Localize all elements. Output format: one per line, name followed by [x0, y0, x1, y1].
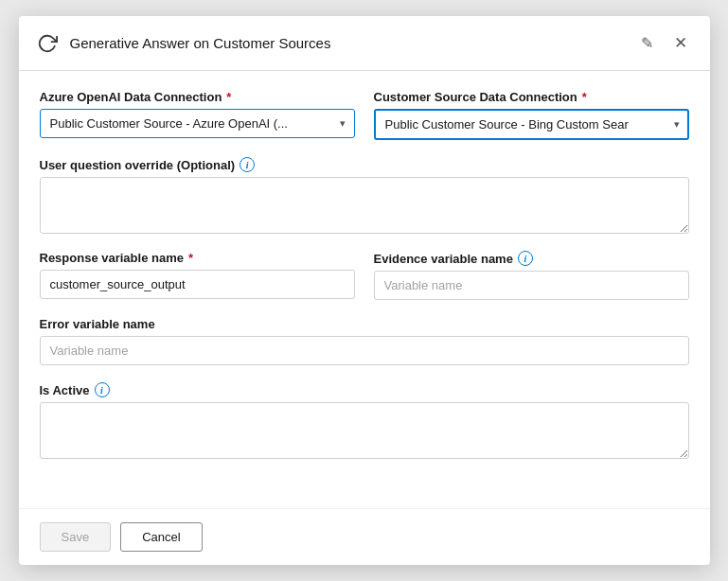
evidence-var-input[interactable]	[374, 271, 689, 300]
error-var-field: Error variable name	[40, 317, 689, 365]
cancel-button[interactable]: Cancel	[120, 522, 202, 552]
is-active-info-icon[interactable]: i	[95, 382, 110, 397]
connections-row: Azure OpenAI Data Connection * Public Cu…	[40, 90, 689, 140]
evidence-var-field: Evidence variable name i	[374, 251, 689, 300]
azure-select-wrapper: Public Customer Source - Azure OpenAI (.…	[40, 109, 355, 138]
user-question-info-icon[interactable]: i	[240, 157, 255, 172]
user-question-field: User question override (Optional) i	[40, 157, 689, 234]
azure-connection-field: Azure OpenAI Data Connection * Public Cu…	[40, 90, 355, 140]
azure-connection-label: Azure OpenAI Data Connection *	[40, 90, 355, 104]
evidence-var-info-icon[interactable]: i	[518, 251, 533, 266]
save-button[interactable]: Save	[40, 522, 112, 552]
edit-button[interactable]: ✎	[635, 30, 659, 56]
close-button[interactable]: ✕	[668, 29, 693, 57]
error-var-label: Error variable name	[40, 317, 689, 331]
customer-required-star: *	[582, 90, 587, 104]
customer-source-select-wrapper: Public Customer Source - Bing Custom Sea…	[374, 109, 689, 140]
response-required-star: *	[188, 251, 193, 265]
azure-required-star: *	[226, 90, 231, 104]
evidence-var-label: Evidence variable name i	[374, 251, 689, 266]
azure-connection-select[interactable]: Public Customer Source - Azure OpenAI (.…	[40, 109, 355, 138]
response-var-field: Response variable name *	[40, 251, 355, 300]
variable-names-row: Response variable name * Evidence variab…	[40, 251, 689, 300]
is-active-field: Is Active i	[40, 382, 689, 459]
is-active-input[interactable]	[40, 402, 689, 459]
response-var-label: Response variable name *	[40, 251, 355, 265]
dialog-header: Generative Answer on Customer Sources ✎ …	[19, 16, 710, 71]
customer-source-field: Customer Source Data Connection * Public…	[374, 90, 689, 140]
is-active-label: Is Active i	[40, 382, 689, 397]
dialog-body: Azure OpenAI Data Connection * Public Cu…	[19, 71, 710, 508]
customer-source-select[interactable]: Public Customer Source - Bing Custom Sea…	[374, 109, 689, 140]
dialog-container: Generative Answer on Customer Sources ✎ …	[19, 16, 710, 565]
close-icon: ✕	[674, 33, 687, 53]
user-question-input[interactable]	[40, 177, 689, 234]
response-var-input[interactable]	[40, 270, 355, 299]
error-var-input[interactable]	[40, 336, 689, 365]
pencil-icon: ✎	[641, 34, 653, 52]
user-question-label: User question override (Optional) i	[40, 157, 689, 172]
customer-source-label: Customer Source Data Connection *	[374, 90, 689, 104]
dialog-refresh-icon	[34, 30, 61, 57]
dialog-title: Generative Answer on Customer Sources	[70, 35, 626, 51]
dialog-footer: Save Cancel	[19, 508, 710, 565]
